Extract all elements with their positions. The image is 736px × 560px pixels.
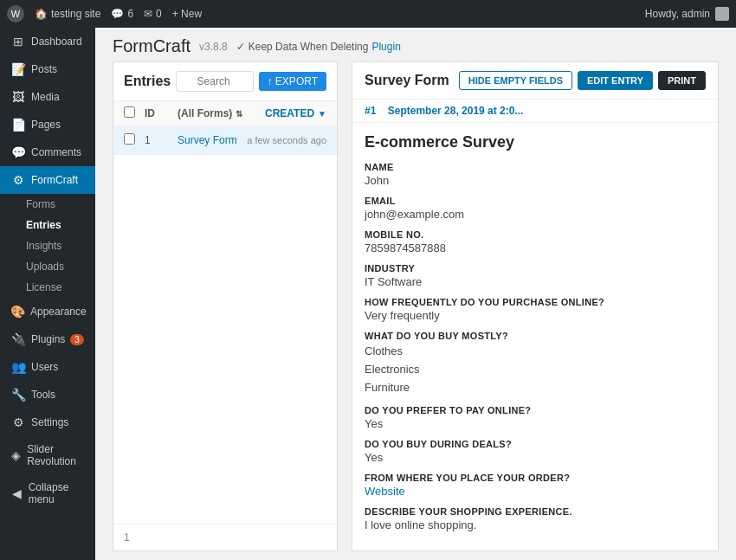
sidebar: ⊞ Dashboard 📝 Posts 🖼 Media 📄 Pages 💬 Co… bbox=[0, 28, 95, 560]
entries-footer: 1 bbox=[113, 524, 337, 550]
field-label-4: HOW FREQUENTLY DO YOU PURCHASE ONLINE? bbox=[365, 297, 706, 307]
wp-logo-icon[interactable]: W bbox=[7, 5, 24, 23]
survey-field-6: DO YOU PREFER TO PAY ONLINE?Yes bbox=[365, 405, 706, 430]
comments-count[interactable]: 💬 6 bbox=[111, 8, 133, 20]
select-all-checkbox[interactable] bbox=[124, 106, 135, 118]
media-icon: 🖼 bbox=[10, 90, 26, 104]
print-button[interactable]: PRINT bbox=[658, 71, 706, 90]
collapse-icon: ◀ bbox=[10, 486, 23, 500]
column-form[interactable]: (All Forms) ⇅ bbox=[178, 107, 258, 119]
field-value-1: john@example.com bbox=[365, 208, 706, 221]
settings-icon: ⚙ bbox=[10, 415, 26, 429]
survey-panel: Survey Form HIDE EMPTY FIELDS EDIT ENTRY… bbox=[352, 61, 719, 551]
users-icon: 👥 bbox=[10, 360, 26, 374]
sidebar-item-dashboard[interactable]: ⊞ Dashboard bbox=[0, 28, 95, 55]
sidebar-subitem-uploads[interactable]: Uploads bbox=[0, 256, 95, 277]
survey-field-4: HOW FREQUENTLY DO YOU PURCHASE ONLINE?Ve… bbox=[365, 297, 706, 322]
sidebar-item-slider[interactable]: ◈ Slider Revolution bbox=[0, 436, 95, 474]
survey-form-title: E-commerce Survey bbox=[365, 133, 706, 151]
table-row[interactable]: 1 Survey Form a few seconds ago bbox=[113, 126, 337, 155]
field-value-0: John bbox=[365, 174, 706, 187]
survey-field-7: DO YOU BUY DURING DEALS?Yes bbox=[365, 439, 706, 464]
search-input[interactable] bbox=[176, 71, 254, 92]
sidebar-subitem-license[interactable]: License bbox=[0, 277, 95, 298]
sidebar-item-settings[interactable]: ⚙ Settings bbox=[0, 409, 95, 436]
field-label-3: INDUSTRY bbox=[365, 263, 706, 274]
main-content: FormCraft v3.8.8 ✓ Keep Data When Deleti… bbox=[95, 28, 736, 560]
entries-header: Entries 🔍 ↑ EXPORT bbox=[113, 62, 337, 101]
field-label-6: DO YOU PREFER TO PAY ONLINE? bbox=[365, 405, 706, 415]
sidebar-item-comments[interactable]: 💬 Comments bbox=[0, 138, 95, 166]
field-value-6: Yes bbox=[365, 417, 706, 430]
field-label-7: DO YOU BUY DURING DEALS? bbox=[365, 439, 706, 449]
site-name[interactable]: 🏠 testing site bbox=[35, 8, 100, 20]
sidebar-item-plugins[interactable]: 🔌 Plugins 3 bbox=[0, 325, 95, 353]
field-value-4: Very frequently bbox=[365, 309, 706, 322]
search-wrapper: 🔍 bbox=[176, 71, 254, 92]
sidebar-item-pages[interactable]: 📄 Pages bbox=[0, 111, 95, 138]
plugins-icon: 🔌 bbox=[10, 332, 26, 346]
field-label-8: FROM WHERE YOU PLACE YOUR ORDER? bbox=[365, 473, 706, 483]
sidebar-subitem-entries[interactable]: Entries bbox=[0, 215, 95, 235]
entry-form-name[interactable]: Survey Form bbox=[178, 134, 240, 146]
field-value-9: I love online shopping. bbox=[365, 518, 706, 531]
survey-entry-meta: #1 September 28, 2019 at 2:0... bbox=[352, 100, 718, 123]
posts-icon: 📝 bbox=[10, 62, 26, 76]
survey-field-3: INDUSTRYIT Software bbox=[365, 263, 706, 288]
survey-field-0: NAMEJohn bbox=[365, 162, 706, 187]
survey-field-5: WHAT DO YOU BUY MOSTLY?ClothesElectronic… bbox=[365, 331, 706, 396]
sidebar-item-formcraft[interactable]: ⚙ FormCraft bbox=[0, 166, 95, 194]
new-content-button[interactable]: + New bbox=[172, 8, 202, 20]
field-label-1: EMAIL bbox=[365, 196, 706, 206]
field-label-2: MOBILE NO. bbox=[365, 229, 706, 240]
page-title: FormCraft bbox=[113, 36, 190, 56]
slider-icon: ◈ bbox=[10, 448, 22, 462]
messages-count[interactable]: ✉ 0 bbox=[144, 8, 162, 20]
survey-field-8: FROM WHERE YOU PLACE YOUR ORDER?Website bbox=[365, 473, 706, 498]
page-header: FormCraft v3.8.8 ✓ Keep Data When Deleti… bbox=[95, 28, 736, 61]
survey-panel-header: Survey Form HIDE EMPTY FIELDS EDIT ENTRY… bbox=[352, 62, 718, 100]
field-value-2: 7859874587888 bbox=[365, 241, 706, 254]
entry-id: 1 bbox=[145, 134, 171, 146]
sidebar-item-posts[interactable]: 📝 Posts bbox=[0, 55, 95, 83]
formcraft-icon: ⚙ bbox=[10, 173, 26, 187]
plugin-version: v3.8.8 bbox=[199, 41, 228, 53]
entries-table-header: ID (All Forms) ⇅ CREATED ▼ bbox=[113, 101, 337, 126]
plugin-link[interactable]: Plugin bbox=[371, 41, 400, 53]
survey-field-9: DESCRIBE YOUR SHOPPING EXPERIENCE.I love… bbox=[365, 506, 706, 531]
sidebar-subitem-insights[interactable]: Insights bbox=[0, 235, 95, 256]
collapse-menu-button[interactable]: ◀ Collapse menu bbox=[0, 474, 95, 512]
export-button[interactable]: ↑ EXPORT bbox=[259, 72, 326, 91]
sidebar-item-tools[interactable]: 🔧 Tools bbox=[0, 381, 95, 409]
field-label-5: WHAT DO YOU BUY MOSTLY? bbox=[365, 331, 706, 341]
column-created[interactable]: CREATED ▼ bbox=[265, 107, 326, 119]
pages-icon: 📄 bbox=[10, 118, 26, 132]
comments-icon: 💬 bbox=[10, 145, 26, 159]
field-value-8[interactable]: Website bbox=[365, 485, 706, 498]
edit-entry-button[interactable]: EDIT ENTRY bbox=[578, 71, 653, 90]
field-label-9: DESCRIBE YOUR SHOPPING EXPERIENCE. bbox=[365, 506, 706, 517]
appearance-icon: 🎨 bbox=[10, 305, 25, 319]
created-sort-icon: ▼ bbox=[318, 109, 326, 119]
survey-field-1: EMAILjohn@example.com bbox=[365, 196, 706, 221]
field-label-0: NAME bbox=[365, 162, 706, 172]
admin-bar: W 🏠 testing site 💬 6 ✉ 0 + New Howdy, ad… bbox=[0, 0, 736, 28]
tools-icon: 🔧 bbox=[10, 388, 26, 402]
keep-data-label: ✓ Keep Data When Deleting Plugin bbox=[236, 41, 401, 53]
entries-title: Entries bbox=[124, 74, 171, 89]
sidebar-item-media[interactable]: 🖼 Media bbox=[0, 83, 95, 111]
column-id: ID bbox=[145, 107, 171, 119]
plugins-badge: 3 bbox=[70, 334, 84, 345]
entry-created-time: a few seconds ago bbox=[247, 135, 326, 145]
field-value-7: Yes bbox=[365, 451, 706, 464]
avatar bbox=[715, 7, 729, 21]
content-area: Entries 🔍 ↑ EXPORT ID ( bbox=[95, 61, 736, 560]
sidebar-subitem-forms[interactable]: Forms bbox=[0, 194, 95, 215]
survey-content: E-commerce Survey NAMEJohnEMAILjohn@exam… bbox=[352, 123, 718, 550]
hide-empty-fields-button[interactable]: HIDE EMPTY FIELDS bbox=[459, 71, 572, 90]
row-checkbox[interactable] bbox=[124, 133, 135, 145]
sidebar-item-appearance[interactable]: 🎨 Appearance bbox=[0, 298, 95, 325]
form-sort-icon: ⇅ bbox=[236, 109, 242, 119]
sidebar-item-users[interactable]: 👥 Users bbox=[0, 353, 95, 381]
field-value-5: ClothesElectronicsFurniture bbox=[365, 343, 706, 396]
